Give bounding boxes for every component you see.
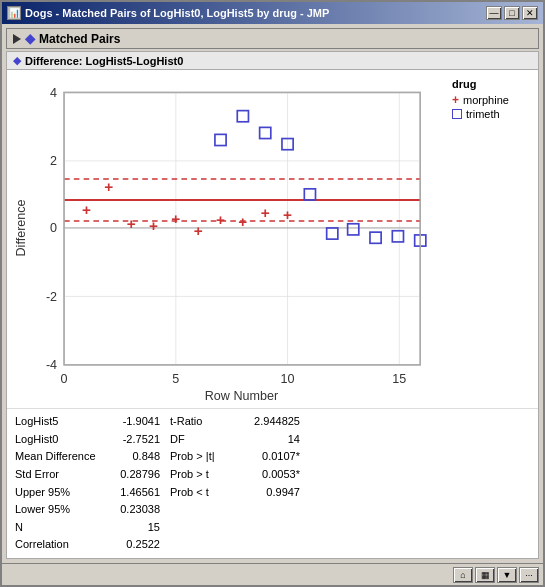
stat-label-upper95: Upper 95% [15,484,105,502]
inner-panel-title: Difference: LogHist5-LogHist0 [25,55,183,67]
stat-label-meandiff: Mean Difference [15,448,105,466]
svg-text:0: 0 [50,221,57,235]
more-button[interactable]: ··· [519,567,539,583]
title-buttons: — □ ✕ [486,6,538,20]
stat-label-loghist5: LogHist5 [15,413,105,431]
legend-item-morphine: + morphine [452,94,526,106]
stat-label-stderr: Std Error [15,466,105,484]
stat-label-tratio: t-Ratio [170,413,240,431]
stat-value-probt-lt: 0.9947 [240,484,310,502]
stat-value-meandiff: 0.848 [105,448,170,466]
panel-title: Matched Pairs [39,32,120,46]
stat-value-df: 14 [240,431,310,449]
stat-empty-value-1 [240,501,310,519]
inner-panel-header: ◆ Difference: LogHist5-LogHist0 [7,52,538,70]
stat-value-correlation: 0.2522 [105,536,170,554]
svg-text:4: 4 [50,86,57,100]
svg-text:Difference: Difference [14,199,28,256]
svg-text:+: + [149,217,158,234]
stat-value-loghist0: -2.7521 [105,431,170,449]
svg-text:+: + [261,204,270,221]
stat-label-n: N [15,519,105,537]
morphine-symbol: + [452,94,459,106]
grid-button[interactable]: ▦ [475,567,495,583]
content-area: ◆ Matched Pairs ◆ Difference: LogHist5-L… [2,24,543,563]
svg-text:Row Number: Row Number [205,389,278,403]
svg-text:15: 15 [392,372,406,386]
chart-legend: drug + morphine trimeth [444,74,534,404]
svg-text:2: 2 [50,154,57,168]
stat-label-correlation: Correlation [15,536,105,554]
svg-text:5: 5 [172,372,179,386]
window-icon: 📊 [7,6,21,20]
stat-value-probt-abs: 0.0107* [240,448,310,466]
stats-area: LogHist5 -1.9041 t-Ratio 2.944825 LogHis… [7,408,538,558]
inner-diamond-icon: ◆ [13,54,21,67]
legend-title: drug [452,78,526,90]
trimeth-symbol [452,109,462,119]
stat-value-n: 15 [105,519,170,537]
chart-legend-area: 4 2 0 -2 -4 0 5 10 15 Difference Row N [7,70,538,408]
svg-text:+: + [104,178,113,195]
stat-empty-value-3 [240,536,310,554]
diamond-icon: ◆ [25,31,35,46]
legend-item-trimeth: trimeth [452,108,526,120]
stat-label-probt-abs: Prob > |t| [170,448,240,466]
svg-text:+: + [238,213,247,230]
stat-label-lower95: Lower 95% [15,501,105,519]
stat-label-loghist0: LogHist0 [15,431,105,449]
stat-value-lower95: 0.23038 [105,501,170,519]
title-bar-left: 📊 Dogs - Matched Pairs of LogHist0, LogH… [7,6,329,20]
arrow-button[interactable]: ▼ [497,567,517,583]
stat-label-probt-lt: Prob < t [170,484,240,502]
title-bar: 📊 Dogs - Matched Pairs of LogHist0, LogH… [2,2,543,24]
stat-value-tratio: 2.944825 [240,413,310,431]
window-title: Dogs - Matched Pairs of LogHist0, LogHis… [25,7,329,19]
close-button[interactable]: ✕ [522,6,538,20]
stat-value-upper95: 1.46561 [105,484,170,502]
svg-text:+: + [127,215,136,232]
chart-container: 4 2 0 -2 -4 0 5 10 15 Difference Row N [11,74,444,404]
stat-empty-label-2 [170,519,240,537]
stat-empty-label-1 [170,501,240,519]
svg-text:0: 0 [61,372,68,386]
bottom-bar: ⌂ ▦ ▼ ··· [2,563,543,585]
stat-label-probt-gt: Prob > t [170,466,240,484]
morphine-label: morphine [463,94,509,106]
svg-text:+: + [194,222,203,239]
maximize-button[interactable]: □ [504,6,520,20]
panel-header: ◆ Matched Pairs [6,28,539,49]
collapse-triangle-icon[interactable] [13,34,21,44]
stat-label-df: DF [170,431,240,449]
svg-text:+: + [82,201,91,218]
stat-empty-value-2 [240,519,310,537]
chart-svg: 4 2 0 -2 -4 0 5 10 15 Difference Row N [11,74,444,404]
svg-text:-2: -2 [46,290,57,304]
stat-value-loghist5: -1.9041 [105,413,170,431]
home-button[interactable]: ⌂ [453,567,473,583]
stat-empty-label-3 [170,536,240,554]
inner-panel: ◆ Difference: LogHist5-LogHist0 [6,51,539,559]
minimize-button[interactable]: — [486,6,502,20]
stat-value-probt-gt: 0.0053* [240,466,310,484]
svg-text:-4: -4 [46,358,57,372]
stat-value-stderr: 0.28796 [105,466,170,484]
svg-text:+: + [216,211,225,228]
trimeth-label: trimeth [466,108,500,120]
main-window: 📊 Dogs - Matched Pairs of LogHist0, LogH… [0,0,545,587]
stats-grid: LogHist5 -1.9041 t-Ratio 2.944825 LogHis… [15,413,530,554]
svg-text:+: + [283,206,292,223]
svg-text:+: + [171,210,180,227]
svg-text:10: 10 [281,372,295,386]
